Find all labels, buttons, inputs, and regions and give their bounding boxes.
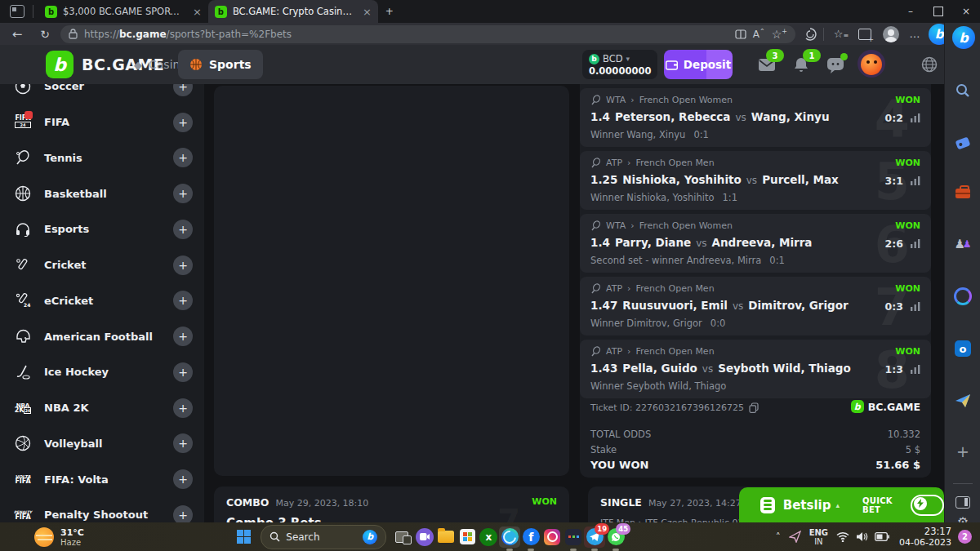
battery-icon[interactable] — [875, 532, 889, 541]
facebook-icon[interactable]: f — [520, 527, 541, 548]
browser-tab-1[interactable]: b $3,000 BC.GAME SPORTS PARLAY × — [38, 0, 208, 23]
bet-leg[interactable]: 4 WTA›French Open Women WON 1.4Peterson,… — [580, 88, 931, 147]
whatsapp-icon[interactable]: 45 — [605, 527, 626, 548]
nav-sports[interactable]: Sports — [178, 50, 263, 79]
notification-count-badge[interactable]: 2 — [958, 530, 972, 544]
clock-widget[interactable]: 23:17 04-06-2023 — [899, 527, 951, 548]
instagram-icon[interactable] — [541, 527, 563, 548]
sidebar-item-basketball[interactable]: Basketball + — [0, 176, 204, 211]
bing-chat-icon[interactable]: b — [952, 26, 975, 49]
drop-icon[interactable] — [952, 390, 973, 411]
expand-plus-button[interactable]: + — [173, 469, 193, 489]
speaker-icon[interactable] — [856, 531, 868, 542]
copy-icon[interactable] — [749, 402, 759, 413]
close-tab-icon[interactable]: × — [363, 6, 372, 18]
sidebar-item-ice-hockey[interactable]: Ice Hockey + — [0, 354, 204, 390]
sidebar-item-cricket[interactable]: Cricket + — [0, 247, 204, 283]
browser-tab-2-active[interactable]: b BC.GAME: Crypto Casino Games × — [208, 0, 378, 23]
expand-plus-button[interactable]: + — [173, 113, 193, 132]
workspaces-icon[interactable] — [10, 5, 24, 18]
wifi-icon[interactable] — [836, 531, 849, 542]
sidebar-item-tennis[interactable]: Tennis + — [0, 140, 204, 176]
add-sidebar-item-icon[interactable]: + — [952, 441, 973, 462]
search-icon[interactable] — [952, 80, 973, 101]
bet-leg[interactable]: 7 ATP›French Open Men WON 1.47Ruusuvuori… — [580, 277, 931, 335]
stats-bars-icon[interactable] — [911, 113, 920, 122]
expand-plus-button[interactable]: + — [173, 433, 193, 453]
refresh-icon[interactable]: ↻ — [34, 28, 56, 41]
sidebar-item-fifa[interactable]: FIFA24 FIFA + — [0, 104, 204, 140]
expand-plus-button[interactable]: + — [173, 398, 193, 418]
combo-bet-card[interactable]: COMBO May 29, 2023, 18:10 WON Combo 3 Be… — [214, 487, 569, 522]
sidebar-item-soccer[interactable]: Soccer + — [0, 84, 204, 104]
taskbar-search-box[interactable]: Search b — [261, 525, 386, 549]
taskbar-weather-widget[interactable]: 31°C Haze — [34, 527, 84, 547]
browser-essentials-icon[interactable] — [804, 28, 817, 41]
sidebar-panel-icon[interactable] — [952, 491, 973, 513]
sidebar-item-volleyball[interactable]: Volleyball + — [0, 426, 204, 462]
xbox-icon[interactable]: x — [478, 527, 499, 548]
terminal-app-icon[interactable] — [563, 527, 584, 548]
bet-leg[interactable]: 6 WTA›French Open Women WON 1.4Parry, Di… — [580, 214, 931, 273]
chat-app-icon[interactable] — [414, 527, 435, 548]
expand-plus-button[interactable]: + — [173, 220, 193, 239]
read-aloud-icon[interactable]: A⌃ — [753, 28, 765, 40]
bcgame-logo-icon[interactable]: b — [46, 51, 74, 78]
shopping-icon[interactable] — [952, 132, 973, 153]
games-icon[interactable]: ♟♟ — [952, 233, 973, 255]
start-button[interactable] — [233, 527, 254, 548]
expand-plus-button[interactable]: + — [173, 84, 193, 96]
edge-browser-icon[interactable] — [499, 527, 520, 548]
sidebar-item-penalty-shootout[interactable]: PENALTYFIFA Penalty Shootout + — [0, 497, 204, 522]
sidebar-item-fifa-volta[interactable]: VOLTAFIFA FIFA: Volta + — [0, 461, 204, 497]
loop-icon[interactable] — [952, 286, 973, 307]
browser-menu-icon[interactable]: … — [904, 28, 925, 40]
sidebar-item-esports[interactable]: Esports + — [0, 211, 204, 247]
bing-icon: b — [363, 530, 377, 544]
expand-plus-button[interactable]: + — [173, 291, 193, 310]
expand-plus-button[interactable]: + — [173, 184, 193, 203]
bet-leg[interactable]: 8 ATP›French Open Men WON 1.43Pella, Gui… — [580, 340, 931, 398]
outlook-icon[interactable]: o — [952, 338, 973, 359]
sidebar-item-american-football[interactable]: American Football + — [0, 318, 204, 354]
address-bar[interactable]: https://bc.game/sports?bt-path=%2Fbets A… — [60, 25, 795, 43]
file-explorer-icon[interactable] — [435, 527, 457, 548]
task-view-button[interactable] — [393, 527, 414, 548]
tray-expand-icon[interactable]: ˄ — [776, 531, 781, 543]
pen-cursor-icon[interactable] — [789, 531, 801, 543]
stats-bars-icon[interactable] — [911, 365, 920, 374]
sidebar-item-nba2k[interactable]: NBA2K24 NBA 2K + — [0, 390, 204, 426]
language-indicator[interactable]: ENG IN — [809, 528, 828, 546]
window-minimize-button[interactable]: – — [897, 0, 924, 23]
deposit-button[interactable]: Deposit — [664, 50, 733, 79]
ticket-id-text: Ticket ID: 2276032167396126725 — [590, 402, 744, 413]
stats-bars-icon[interactable] — [911, 302, 920, 311]
add-favorite-icon[interactable]: ☆+ — [772, 28, 787, 41]
expand-plus-button[interactable]: + — [173, 505, 193, 522]
close-tab-icon[interactable]: × — [193, 6, 202, 18]
bet-leg[interactable]: 5 ATP›French Open Men WON 1.25Nishioka, … — [580, 151, 931, 210]
profile-avatar[interactable] — [883, 26, 899, 42]
stats-bars-icon[interactable] — [911, 176, 920, 185]
quick-bet-toggle[interactable] — [911, 495, 944, 516]
expand-plus-button[interactable]: + — [173, 362, 193, 382]
split-screen-icon[interactable] — [735, 29, 746, 40]
sidebar-item-ecricket[interactable]: 24 eCricket + — [0, 283, 204, 319]
betslip-button[interactable]: Betslip ▴ QUICK BET — [739, 487, 944, 522]
microsoft-store-icon[interactable] — [457, 527, 478, 548]
tools-icon[interactable] — [952, 183, 973, 204]
telegram-icon[interactable]: 19 — [584, 527, 605, 548]
expand-plus-button[interactable]: + — [173, 256, 193, 275]
collections-icon[interactable]: + — [858, 29, 871, 40]
window-close-button[interactable]: × — [952, 0, 980, 23]
window-maximize-button[interactable] — [924, 0, 952, 23]
expand-plus-button[interactable]: + — [173, 148, 193, 167]
globe-icon[interactable] — [921, 56, 938, 73]
expand-plus-button[interactable]: + — [173, 327, 193, 346]
user-avatar[interactable] — [858, 50, 885, 78]
new-tab-button[interactable]: + — [378, 0, 401, 23]
back-icon[interactable]: ← — [7, 27, 28, 42]
wallet-balance[interactable]: b BCD ▾ 0.00000000 — [582, 50, 657, 79]
stats-bars-icon[interactable] — [911, 239, 920, 248]
favorites-icon[interactable]: ☆≡ — [831, 28, 852, 40]
